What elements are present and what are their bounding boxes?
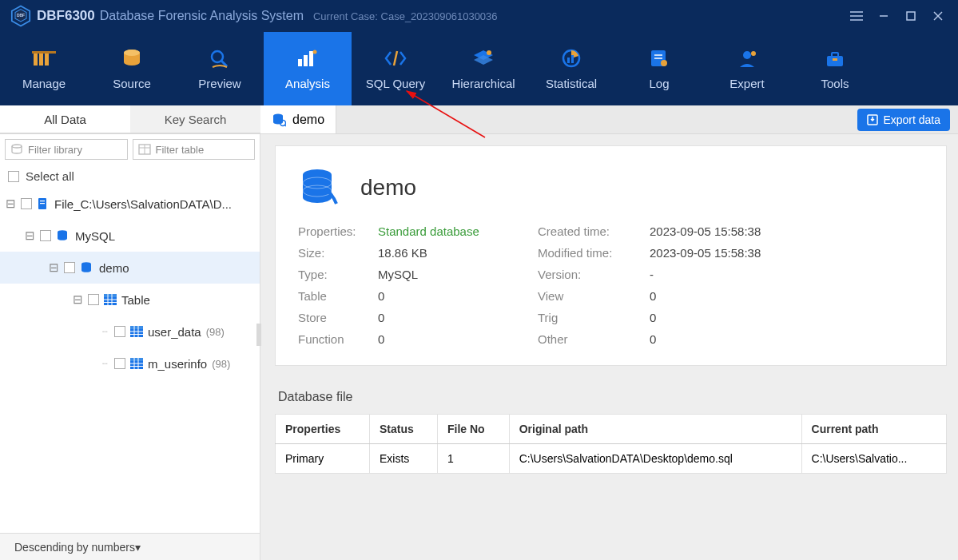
checkbox[interactable] [114,358,125,369]
app-logo-icon: DBF [10,5,32,27]
close-button[interactable] [924,4,952,28]
tool-tools[interactable]: Tools [791,32,879,105]
collapse-icon[interactable]: ⊟ [48,260,59,275]
svg-line-22 [394,51,397,66]
minimize-button[interactable] [870,4,897,28]
database-large-icon [298,165,343,210]
svg-point-30 [661,60,667,66]
svg-point-15 [124,50,140,56]
case-label: Current Case: Case_202309061030036 [313,10,498,22]
tool-label: Manage [22,77,66,90]
tool-log[interactable]: Log [615,32,703,105]
subtab-key-search[interactable]: Key Search [130,105,260,133]
svg-rect-18 [298,59,302,66]
filter-library-input[interactable]: Filter library [5,139,128,160]
tool-label: Tools [821,77,849,90]
checkbox[interactable] [8,171,19,182]
tool-statistical[interactable]: Statistical [527,32,615,105]
doctab-demo[interactable]: demo [260,105,336,133]
tool-label: Preview [198,77,240,90]
sort-dropdown[interactable]: Descending by numbers▾ [0,533,260,560]
svg-rect-10 [34,53,38,66]
db-info-card: demo Properties:Standard database Create… [275,145,947,366]
svg-point-32 [751,51,756,56]
export-icon [867,114,878,125]
maximize-button[interactable] [897,4,924,28]
tree-user-data-node[interactable]: ┄ user_data (98) [0,316,260,348]
files-table: Properties Status File No Original path … [275,414,947,474]
col-properties[interactable]: Properties [276,415,370,444]
svg-rect-56 [130,326,143,329]
svg-rect-26 [571,55,574,63]
hamburger-icon[interactable] [843,4,870,28]
svg-rect-7 [907,12,915,20]
checkbox[interactable] [88,294,99,305]
collapse-icon[interactable]: ⊟ [24,228,35,243]
svg-point-16 [212,51,223,62]
export-data-button[interactable]: Export data [857,109,950,131]
db-name: demo [360,175,416,201]
tool-manage[interactable]: Manage [0,32,88,105]
collapse-icon[interactable]: ⊟ [72,292,83,307]
tool-sql-query[interactable]: SQL Query [352,32,439,105]
svg-rect-12 [45,53,49,66]
database-icon [80,261,94,274]
svg-line-38 [284,125,286,126]
tool-hierarchical[interactable]: Hierarchical [439,32,527,105]
doctab-label: demo [292,113,324,127]
chevron-down-icon: ▾ [135,541,141,554]
files-section-title: Database file [278,390,947,404]
col-original[interactable]: Original path [509,415,801,444]
tool-label: Statistical [546,77,597,90]
tool-expert[interactable]: Expert [703,32,791,105]
tree-table-node[interactable]: ⊟ Table [0,284,260,316]
table-icon [130,326,143,337]
col-fileno[interactable]: File No [437,415,509,444]
tab-row: All Data Key Search demo Export data [0,105,958,134]
col-status[interactable]: Status [370,415,438,444]
app-title: DBF6300 [37,8,95,24]
checkbox[interactable] [114,326,125,337]
svg-rect-13 [32,51,56,54]
tool-source[interactable]: Source [88,32,176,105]
database-icon [272,113,286,127]
checkbox[interactable] [21,198,32,209]
svg-point-21 [313,50,317,54]
tool-label: Log [649,77,669,90]
tool-preview[interactable]: Preview [176,32,264,105]
checkbox[interactable] [40,230,51,241]
tree: ⊟ File_C:\Users\SalvationDATA\D... ⊟ MyS… [0,188,260,533]
file-icon [37,197,50,210]
tree-mysql-node[interactable]: ⊟ MySQL [0,220,260,252]
tree-m-userinfo-node[interactable]: ┄ m_userinfo (98) [0,348,260,379]
select-all-row[interactable]: Select all [0,165,260,188]
svg-text:DBF: DBF [17,14,25,18]
filter-table-input[interactable]: Filter table [133,139,256,160]
tree-demo-node[interactable]: ⊟ demo [0,252,260,284]
table-icon [130,358,143,369]
tree-file-node[interactable]: ⊟ File_C:\Users\SalvationDATA\D... [0,188,260,220]
svg-point-31 [743,51,751,59]
table-row[interactable]: Primary Exists 1 C:\Users\SalvationDATA\… [276,444,947,474]
svg-rect-45 [40,201,45,201]
app-subtitle: Database Forensic Analysis System [100,9,304,23]
svg-rect-34 [832,53,838,57]
splitter-handle[interactable] [256,324,261,346]
collapse-icon[interactable]: ⊟ [5,197,16,211]
table-icon [104,294,117,305]
main-toolbar: Manage Source Preview Analysis SQL Query… [0,32,958,105]
checkbox[interactable] [64,262,75,273]
tool-label: Analysis [285,77,330,90]
svg-rect-35 [833,58,837,61]
svg-point-23 [487,50,491,55]
main-content: demo Properties:Standard database Create… [260,134,958,560]
tool-label: SQL Query [366,77,425,90]
col-current[interactable]: Current path [801,415,946,444]
svg-rect-11 [39,53,43,66]
svg-rect-19 [304,55,308,66]
svg-point-40 [12,145,22,148]
svg-rect-20 [309,51,313,66]
tool-analysis[interactable]: Analysis [264,32,352,105]
sidebar: Filter library Filter table Select all ⊟… [0,134,260,560]
subtab-all-data[interactable]: All Data [0,105,130,133]
